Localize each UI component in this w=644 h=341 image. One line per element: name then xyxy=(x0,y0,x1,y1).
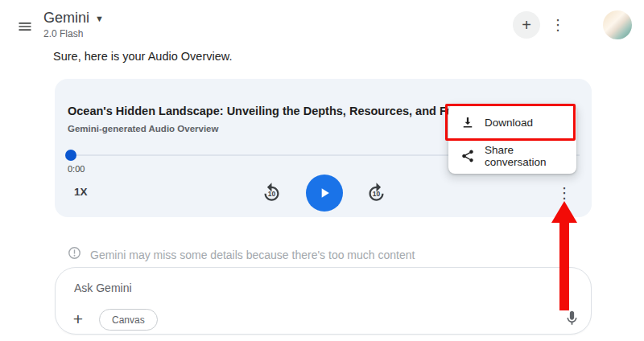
ask-gemini-input[interactable] xyxy=(74,279,412,297)
main-menu-icon[interactable] xyxy=(14,16,35,37)
audio-title: Ocean's Hidden Landscape: Unveiling the … xyxy=(68,105,469,117)
add-attachment-icon[interactable]: + xyxy=(67,308,89,331)
app-title: Gemini xyxy=(43,10,89,27)
forward-10-icon[interactable]: 10 xyxy=(365,182,387,204)
model-switcher[interactable]: Gemini ▼ xyxy=(43,10,104,27)
canvas-chip[interactable]: Canvas xyxy=(99,309,158,331)
menu-item-label: Share conversation xyxy=(485,144,576,168)
elapsed-time: 0:00 xyxy=(68,164,85,174)
notice-banner: Gemini may miss some details because the… xyxy=(68,246,415,263)
rewind-seconds-label: 10 xyxy=(267,190,275,198)
new-chat-button[interactable]: + xyxy=(513,11,540,39)
forward-seconds-label: 10 xyxy=(372,190,380,198)
annotation-arrow-head xyxy=(551,201,577,223)
header-more-options-icon[interactable]: ⋮ xyxy=(547,13,569,37)
audio-subtitle: Gemini-generated Audio Overview xyxy=(68,124,218,134)
gemini-window: Gemini ▼ 2.0 Flash + ⋮ Sure, here is you… xyxy=(0,0,644,341)
notice-text: Gemini may miss some details because the… xyxy=(90,249,415,261)
model-label: 2.0 Flash xyxy=(43,28,104,39)
menu-item-share-conversation[interactable]: Share conversation xyxy=(448,139,576,173)
app-title-block: Gemini ▼ 2.0 Flash xyxy=(43,10,104,39)
play-button[interactable] xyxy=(306,175,343,212)
seek-slider-thumb[interactable] xyxy=(65,150,76,161)
rewind-10-icon[interactable]: 10 xyxy=(260,182,283,204)
info-icon xyxy=(68,246,81,263)
composer: + Canvas xyxy=(55,267,592,335)
annotation-highlight-box xyxy=(445,104,576,141)
share-icon xyxy=(460,149,475,163)
chevron-down-icon: ▼ xyxy=(95,14,104,23)
assistant-message: Sure, here is your Audio Overview. xyxy=(53,50,232,63)
playback-speed-button[interactable]: 1X xyxy=(74,186,88,198)
annotation-arrow-body xyxy=(559,222,569,310)
microphone-icon[interactable] xyxy=(561,309,582,330)
avatar[interactable] xyxy=(603,10,632,39)
